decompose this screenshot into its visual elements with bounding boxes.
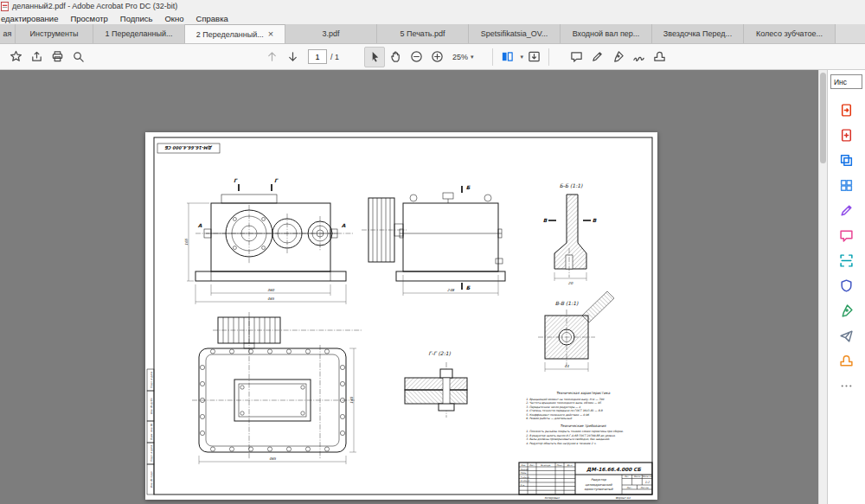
tab-label: Входной вал пер... [573, 29, 640, 38]
tab-doc-input-shaft[interactable]: Входной вал пер... [561, 24, 652, 43]
tech-line: 3. Валы должны проворачиваться свободно,… [526, 437, 610, 441]
dimension: 165 [184, 239, 189, 246]
tb-row: Т.контр. [521, 476, 530, 479]
menu-item-edit[interactable]: едактирование [0, 14, 64, 23]
document-area[interactable]: Инв. № подл. Подп. и дата Взам. инв. № И… [0, 70, 818, 504]
section-mark-g: Г [234, 177, 238, 183]
section-label-bb: Б-Б (1:1) [560, 182, 583, 188]
tab-doc-gear-wheel[interactable]: Колесо зубчатое... [744, 24, 836, 43]
scrollbar-thumb[interactable] [820, 73, 826, 163]
tb-lit: Лит. [625, 475, 630, 478]
tech-req-title: Технические требования [561, 424, 607, 428]
comment-icon[interactable] [566, 47, 586, 67]
page-number-input[interactable] [308, 49, 327, 64]
scan-ocr-icon[interactable] [839, 252, 855, 268]
tab-label: 5 Печать.pdf [400, 29, 445, 38]
fill-sign-pen-icon[interactable] [607, 47, 628, 67]
tab-tools[interactable]: Инструменты [16, 24, 93, 43]
toolbar-divider [492, 48, 493, 66]
tb-col: Лист [529, 464, 535, 467]
tab-doc-sprocket[interactable]: Звездочка Перед... [652, 24, 744, 43]
reading-mode-icon[interactable] [523, 47, 544, 67]
tab-doc-spetsifikatsia[interactable]: Spetsifikatsia_OV... [469, 24, 561, 43]
page-view-icon[interactable] [497, 47, 518, 67]
tb-sheets: Листов [641, 487, 650, 489]
page-down-icon[interactable] [282, 47, 303, 67]
page-count-label: / 1 [330, 53, 339, 61]
view-mark-a: А [198, 222, 202, 228]
pdf-file-icon [1, 2, 10, 11]
zoom-level-dropdown[interactable]: 25% ▾ [447, 49, 479, 65]
tab-label: ая [3, 29, 12, 38]
titlebar: деланный2.pdf - Adobe Acrobat Pro DC (32… [0, 0, 865, 12]
tb-col: № докум. [541, 464, 551, 467]
section-mark-g: Г [274, 177, 279, 183]
tb-part-name: Редуктор [591, 478, 606, 482]
select-tool-icon[interactable] [364, 47, 385, 67]
zoom-in-icon[interactable] [426, 47, 447, 67]
section-mark-b: Б [466, 184, 471, 190]
tab-label: Колесо зубчатое... [756, 29, 823, 38]
tools-panel: Инс [827, 70, 865, 504]
share-icon[interactable] [26, 47, 47, 67]
menu-item-window[interactable]: Окно [158, 14, 189, 23]
tb-scale: Масштаб [643, 475, 653, 478]
footer-format: Формат А4 [615, 496, 630, 500]
tb-part-name: цилиндрический [585, 483, 612, 487]
signature-icon[interactable] [628, 47, 649, 67]
tools-search-input[interactable]: Инс [830, 74, 862, 89]
margin-label: Инв. № дубл. [150, 398, 153, 414]
create-pdf-icon[interactable] [839, 127, 855, 143]
plan-view: 465 140 [192, 312, 362, 464]
dimension: 360 [267, 288, 274, 292]
tb-row: Утв. [521, 484, 525, 487]
section-label-gg: Г-Г (2:1) [428, 350, 451, 356]
page-up-icon[interactable] [261, 47, 282, 67]
close-tab-icon[interactable]: × [268, 29, 273, 39]
export-pdf-icon[interactable] [839, 102, 855, 118]
stamp-tool-icon[interactable] [839, 353, 855, 368]
print-icon[interactable] [47, 47, 67, 67]
tech-line: 1. Плоскость разъёма покрыть тонким слое… [526, 430, 624, 433]
fill-sign-icon[interactable] [839, 303, 855, 318]
tab-doc-2-active[interactable]: 2 Переделанный... × [185, 24, 285, 43]
dimension: 465 [269, 456, 276, 461]
comment-tool-icon[interactable] [839, 227, 855, 243]
tab-home-partial[interactable]: ая [0, 24, 16, 43]
tech-line: 2. В редуктор залить масло И-Г-А-68 ГОСТ… [526, 434, 616, 437]
tech-line: 6. Режим работы — длительный [526, 417, 573, 420]
dimension: 140 [349, 397, 354, 404]
menubar: едактирование Просмотр Подпись Окно Спра… [0, 12, 865, 24]
menu-item-view[interactable]: Просмотр [64, 14, 113, 23]
edit-pdf-icon[interactable] [839, 202, 855, 218]
tab-label: 2 Переделанный... [196, 30, 264, 39]
acrobat-window: деланный2.pdf - Adobe Acrobat Pro DC (32… [0, 0, 865, 504]
vertical-scrollbar[interactable] [818, 70, 827, 504]
tab-label: 3.pdf [322, 29, 339, 38]
zoom-out-icon[interactable] [406, 47, 426, 67]
window-title: деланный2.pdf - Adobe Acrobat Pro DC (32… [12, 2, 177, 10]
menu-item-sign[interactable]: Подпись [114, 14, 159, 23]
tab-doc-3[interactable]: 3.pdf [285, 24, 377, 43]
send-for-comments-icon[interactable] [839, 328, 855, 343]
tb-part-name: одноступенчатый [584, 488, 613, 491]
organize-pages-icon[interactable] [839, 177, 855, 193]
protect-icon[interactable] [839, 278, 855, 293]
menu-item-help[interactable]: Справка [190, 14, 234, 23]
tb-col: Изм. [521, 464, 526, 467]
tb-row: Пров. [521, 472, 527, 475]
favorites-star-icon[interactable] [5, 47, 26, 67]
pdf-page: Инв. № подл. Подп. и дата Взам. инв. № И… [145, 132, 657, 500]
tech-line: 4. Редуктор обкатать без нагрузки в тече… [526, 442, 596, 445]
tab-doc-5-print[interactable]: 5 Печать.pdf [377, 24, 469, 43]
stamp-icon[interactable] [649, 47, 670, 67]
edit-pen-icon[interactable] [586, 47, 607, 67]
footer-copied: Копировал [544, 496, 560, 500]
section-mark-v: В [543, 217, 548, 223]
hand-tool-icon[interactable] [385, 47, 406, 67]
tab-doc-1[interactable]: 1 Переделанный... [93, 24, 185, 43]
more-tools-icon[interactable] [839, 378, 855, 393]
search-icon[interactable] [67, 47, 88, 67]
combine-files-icon[interactable] [839, 152, 855, 168]
section-vv: В-В (1:1) 44 [538, 291, 614, 372]
